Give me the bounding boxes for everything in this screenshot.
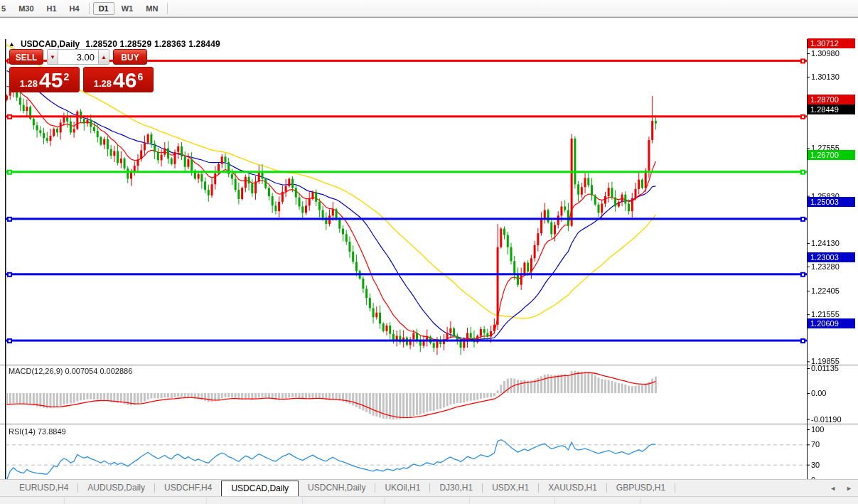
price-level-badge-1.30712: 1.30712 xyxy=(808,38,855,48)
macd-indicator-label: MACD(12,26,9) 0.007054 0.002886 xyxy=(9,367,132,375)
tab-dj30-h1[interactable]: DJ30,H1 xyxy=(430,480,482,496)
sell-button[interactable]: SELL xyxy=(9,49,43,65)
ohlc-values: 1.28520 1.28529 1.28363 1.28449 xyxy=(85,39,220,49)
rsi-indicator-label: RSI(14) 73.8849 xyxy=(9,427,66,436)
price-level-badge-1.20609: 1.20609 xyxy=(808,318,855,328)
current-price-badge: 1.28449 xyxy=(808,104,855,114)
buy-price-prefix: 1.28 xyxy=(94,78,112,89)
tab-separator xyxy=(675,483,675,493)
tab-scroll-right-icon[interactable]: ► xyxy=(846,485,852,492)
buy-price-big: 46 xyxy=(113,70,136,91)
timeframe-m30-button[interactable]: M30 xyxy=(13,2,39,15)
statusbar-divider xyxy=(640,498,640,504)
toolbar-separator xyxy=(167,3,168,14)
sell-price-prefix: 1.28 xyxy=(20,78,38,89)
price-level-badge-1.23003: 1.23003 xyxy=(808,252,855,262)
price-level-badge-1.28700: 1.28700 xyxy=(808,95,855,104)
timeframe-h1-button[interactable]: H1 xyxy=(41,2,63,15)
tab-usdcad-daily[interactable]: USDCAD,Daily xyxy=(221,481,299,496)
sell-price-sup: 2 xyxy=(63,71,69,82)
up-arrow-icon: ▲ xyxy=(101,54,107,60)
tab-usdcnh-daily[interactable]: USDCNH,Daily xyxy=(299,480,375,496)
timeframe-toolbar: 5M30H1H4D1W1MN xyxy=(0,0,858,17)
chart-window: ▲ USDCAD,Daily 1.28520 1.28529 1.28363 1… xyxy=(0,17,858,479)
tab-eurusd-h4[interactable]: EURUSD,H4 xyxy=(10,480,77,496)
down-arrow-icon: ▼ xyxy=(50,54,55,60)
volume-input[interactable] xyxy=(58,49,98,65)
timeframe-5-button[interactable]: 5 xyxy=(0,2,11,15)
buy-price-sup: 6 xyxy=(137,71,143,82)
toolbar-separator xyxy=(89,3,90,14)
timeframe-w1-button[interactable]: W1 xyxy=(116,2,139,15)
tab-xauusd-h1[interactable]: XAUUSD,H1 xyxy=(539,480,606,496)
tab-usdx-h1[interactable]: USDX,H1 xyxy=(483,480,538,496)
price-level-badge-1.25003: 1.25003 xyxy=(808,197,855,207)
price-level-badge-1.26700: 1.26700 xyxy=(808,150,855,160)
one-click-trading-panel: SELL ▼ ▲ BUY 1.28 45 2 1.28 46 6 xyxy=(9,49,156,92)
statusbar-divider xyxy=(469,498,470,504)
buy-button[interactable]: BUY xyxy=(113,49,147,65)
tab-ukoil-h1[interactable]: UKOil,H1 xyxy=(375,480,429,496)
collapse-panel-icon[interactable]: ▲ xyxy=(9,41,15,48)
tab-scroll-left-icon[interactable]: ◄ xyxy=(830,485,836,492)
sell-price-button[interactable]: 1.28 45 2 xyxy=(9,67,80,92)
timeframe-d1-button[interactable]: D1 xyxy=(93,2,114,15)
chart-title: ▲ USDCAD,Daily 1.28520 1.28529 1.28363 1… xyxy=(9,39,220,49)
chart-tabs-bar: EURUSD,H4AUDUSD,DailyUSDCHF,H4USDCAD,Dai… xyxy=(0,479,858,496)
price-chart-canvas[interactable] xyxy=(0,35,858,497)
status-bar xyxy=(0,496,858,504)
sell-price-big: 45 xyxy=(39,70,63,91)
statusbar-divider xyxy=(554,498,555,504)
timeframe-mn-button[interactable]: MN xyxy=(140,2,163,15)
symbol-period-label: USDCAD,Daily xyxy=(21,39,80,49)
timeframe-h4-button[interactable]: H4 xyxy=(64,2,85,15)
volume-decrease-button[interactable]: ▼ xyxy=(47,49,58,65)
statusbar-divider xyxy=(64,498,65,504)
statusbar-divider xyxy=(384,498,385,504)
tab-gbpusd-h1[interactable]: GBPUSD,H1 xyxy=(607,480,675,496)
statusbar-divider xyxy=(206,498,207,504)
statusbar-divider xyxy=(302,498,303,504)
tab-usdchf-h4[interactable]: USDCHF,H4 xyxy=(155,480,221,496)
buy-price-button[interactable]: 1.28 46 6 xyxy=(83,67,154,92)
volume-increase-button[interactable]: ▲ xyxy=(98,49,109,65)
tab-audusd-daily[interactable]: AUDUSD,Daily xyxy=(78,480,154,496)
